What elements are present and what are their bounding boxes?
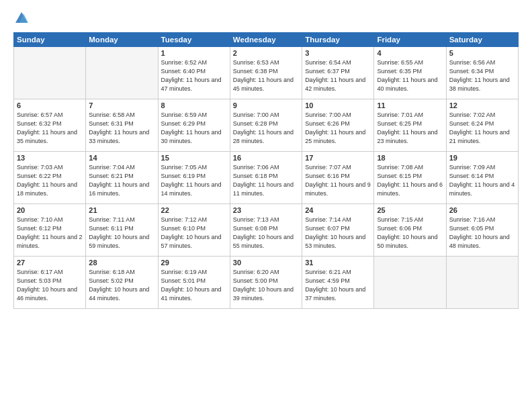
calendar-cell: 4Sunrise: 6:55 AMSunset: 6:35 PMDaylight… <box>374 47 446 99</box>
day-info: Sunrise: 7:14 AMSunset: 6:07 PMDaylight:… <box>305 216 371 250</box>
day-info: Sunrise: 7:12 AMSunset: 6:10 PMDaylight:… <box>161 216 227 250</box>
day-info: Sunrise: 7:06 AMSunset: 6:18 PMDaylight:… <box>233 163 299 198</box>
day-number: 26 <box>449 206 515 214</box>
calendar-cell: 27Sunrise: 6:17 AMSunset: 5:03 PMDayligh… <box>14 257 86 309</box>
day-number: 18 <box>377 154 443 162</box>
day-info: Sunrise: 7:13 AMSunset: 6:08 PMDaylight:… <box>233 216 299 250</box>
day-info: Sunrise: 6:52 AMSunset: 6:40 PMDaylight:… <box>161 58 227 93</box>
calendar-cell: 13Sunrise: 7:03 AMSunset: 6:22 PMDayligh… <box>14 152 86 204</box>
logo <box>13 11 29 26</box>
day-info: Sunrise: 6:55 AMSunset: 6:35 PMDaylight:… <box>377 58 443 93</box>
calendar-cell: 1Sunrise: 6:52 AMSunset: 6:40 PMDaylight… <box>158 47 230 99</box>
calendar-cell: 21Sunrise: 7:11 AMSunset: 6:11 PMDayligh… <box>86 204 158 257</box>
calendar-cell: 16Sunrise: 7:06 AMSunset: 6:18 PMDayligh… <box>230 152 302 204</box>
column-header-wednesday: Wednesday <box>230 33 302 47</box>
day-number: 10 <box>305 101 371 109</box>
column-header-friday: Friday <box>374 33 446 47</box>
day-info: Sunrise: 6:54 AMSunset: 6:37 PMDaylight:… <box>305 58 371 93</box>
calendar-cell <box>86 47 158 99</box>
day-info: Sunrise: 6:18 AMSunset: 5:02 PMDaylight:… <box>89 268 154 303</box>
column-header-monday: Monday <box>86 33 158 47</box>
day-number: 17 <box>305 154 371 162</box>
calendar-cell: 26Sunrise: 7:16 AMSunset: 6:05 PMDayligh… <box>446 204 518 257</box>
day-info: Sunrise: 7:08 AMSunset: 6:15 PMDaylight:… <box>377 163 443 198</box>
day-number: 2 <box>233 49 299 57</box>
day-number: 9 <box>233 101 299 109</box>
day-number: 24 <box>305 206 371 214</box>
day-number: 29 <box>161 259 227 267</box>
day-info: Sunrise: 7:04 AMSunset: 6:21 PMDaylight:… <box>89 163 154 198</box>
column-header-thursday: Thursday <box>302 33 374 47</box>
calendar-cell: 6Sunrise: 6:57 AMSunset: 6:32 PMDaylight… <box>14 99 86 152</box>
day-number: 1 <box>161 49 227 57</box>
day-info: Sunrise: 7:11 AMSunset: 6:11 PMDaylight:… <box>89 216 154 250</box>
day-number: 11 <box>377 101 443 109</box>
logo-icon <box>14 11 29 26</box>
day-number: 3 <box>305 49 371 57</box>
calendar-cell: 23Sunrise: 7:13 AMSunset: 6:08 PMDayligh… <box>230 204 302 257</box>
day-info: Sunrise: 7:01 AMSunset: 6:25 PMDaylight:… <box>377 111 443 146</box>
calendar-cell: 9Sunrise: 7:00 AMSunset: 6:28 PMDaylight… <box>230 99 302 152</box>
calendar-cell: 17Sunrise: 7:07 AMSunset: 6:16 PMDayligh… <box>302 152 374 204</box>
day-info: Sunrise: 7:05 AMSunset: 6:19 PMDaylight:… <box>161 163 227 198</box>
calendar-cell: 10Sunrise: 7:00 AMSunset: 6:26 PMDayligh… <box>302 99 374 152</box>
day-number: 28 <box>89 259 154 267</box>
calendar-cell: 3Sunrise: 6:54 AMSunset: 6:37 PMDaylight… <box>302 47 374 99</box>
day-number: 31 <box>305 259 371 267</box>
calendar-cell: 15Sunrise: 7:05 AMSunset: 6:19 PMDayligh… <box>158 152 230 204</box>
day-number: 23 <box>233 206 299 214</box>
calendar-cell: 2Sunrise: 6:53 AMSunset: 6:38 PMDaylight… <box>230 47 302 99</box>
day-number: 14 <box>89 154 154 162</box>
day-info: Sunrise: 6:59 AMSunset: 6:29 PMDaylight:… <box>161 111 227 146</box>
calendar-cell: 25Sunrise: 7:15 AMSunset: 6:06 PMDayligh… <box>374 204 446 257</box>
day-number: 19 <box>449 154 515 162</box>
day-info: Sunrise: 7:10 AMSunset: 6:12 PMDaylight:… <box>17 216 83 250</box>
calendar-week-4: 20Sunrise: 7:10 AMSunset: 6:12 PMDayligh… <box>14 204 519 257</box>
calendar-cell: 30Sunrise: 6:20 AMSunset: 5:00 PMDayligh… <box>230 257 302 309</box>
day-number: 13 <box>17 154 83 162</box>
day-info: Sunrise: 6:57 AMSunset: 6:32 PMDaylight:… <box>17 111 83 146</box>
calendar-cell: 5Sunrise: 6:56 AMSunset: 6:34 PMDaylight… <box>446 47 518 99</box>
day-info: Sunrise: 7:07 AMSunset: 6:16 PMDaylight:… <box>305 163 371 198</box>
column-header-sunday: Sunday <box>14 33 86 47</box>
calendar-cell: 11Sunrise: 7:01 AMSunset: 6:25 PMDayligh… <box>374 99 446 152</box>
day-number: 20 <box>17 206 83 214</box>
calendar-cell <box>446 257 518 309</box>
header <box>13 11 519 26</box>
day-number: 7 <box>89 101 154 109</box>
day-number: 21 <box>89 206 154 214</box>
page: SundayMondayTuesdayWednesdayThursdayFrid… <box>0 0 532 411</box>
day-info: Sunrise: 7:03 AMSunset: 6:22 PMDaylight:… <box>17 163 83 198</box>
day-info: Sunrise: 7:09 AMSunset: 6:14 PMDaylight:… <box>449 163 515 198</box>
calendar-cell: 12Sunrise: 7:02 AMSunset: 6:24 PMDayligh… <box>446 99 518 152</box>
calendar-cell: 8Sunrise: 6:59 AMSunset: 6:29 PMDaylight… <box>158 99 230 152</box>
day-info: Sunrise: 6:53 AMSunset: 6:38 PMDaylight:… <box>233 58 299 93</box>
day-number: 25 <box>377 206 443 214</box>
calendar-week-2: 6Sunrise: 6:57 AMSunset: 6:32 PMDaylight… <box>14 99 519 152</box>
calendar-week-5: 27Sunrise: 6:17 AMSunset: 5:03 PMDayligh… <box>14 257 519 309</box>
day-info: Sunrise: 6:20 AMSunset: 5:00 PMDaylight:… <box>233 268 299 303</box>
calendar-header-row: SundayMondayTuesdayWednesdayThursdayFrid… <box>14 33 519 47</box>
calendar-week-1: 1Sunrise: 6:52 AMSunset: 6:40 PMDaylight… <box>14 47 519 99</box>
day-number: 15 <box>161 154 227 162</box>
day-info: Sunrise: 6:21 AMSunset: 4:59 PMDaylight:… <box>305 268 371 303</box>
day-number: 12 <box>449 101 515 109</box>
day-number: 27 <box>17 259 83 267</box>
calendar-cell: 24Sunrise: 7:14 AMSunset: 6:07 PMDayligh… <box>302 204 374 257</box>
day-info: Sunrise: 7:00 AMSunset: 6:26 PMDaylight:… <box>305 111 371 146</box>
day-info: Sunrise: 7:02 AMSunset: 6:24 PMDaylight:… <box>449 111 515 146</box>
column-header-saturday: Saturday <box>446 33 518 47</box>
calendar-cell: 20Sunrise: 7:10 AMSunset: 6:12 PMDayligh… <box>14 204 86 257</box>
calendar-cell: 22Sunrise: 7:12 AMSunset: 6:10 PMDayligh… <box>158 204 230 257</box>
day-number: 5 <box>449 49 515 57</box>
calendar-table: SundayMondayTuesdayWednesdayThursdayFrid… <box>13 32 519 309</box>
calendar-cell: 7Sunrise: 6:58 AMSunset: 6:31 PMDaylight… <box>86 99 158 152</box>
column-header-tuesday: Tuesday <box>158 33 230 47</box>
day-number: 30 <box>233 259 299 267</box>
calendar-cell: 14Sunrise: 7:04 AMSunset: 6:21 PMDayligh… <box>86 152 158 204</box>
calendar-cell: 31Sunrise: 6:21 AMSunset: 4:59 PMDayligh… <box>302 257 374 309</box>
day-number: 4 <box>377 49 443 57</box>
day-info: Sunrise: 7:00 AMSunset: 6:28 PMDaylight:… <box>233 111 299 146</box>
day-number: 16 <box>233 154 299 162</box>
logo-text <box>13 11 29 26</box>
